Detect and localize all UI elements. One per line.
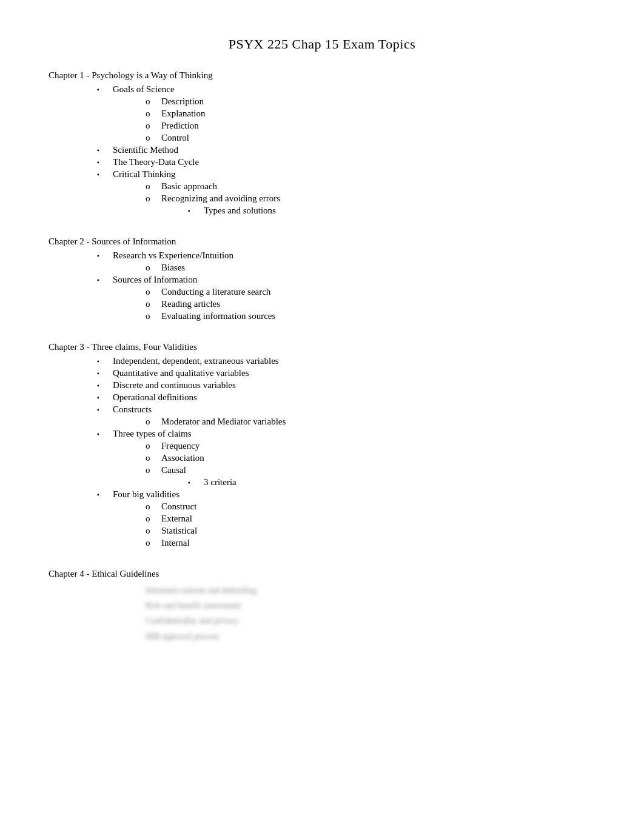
list-item: ▪ 3 criteria	[188, 477, 595, 488]
item-label: Biases	[161, 263, 595, 273]
list-item: ▪ Goals of Science	[97, 84, 595, 95]
bullet-icon: ▪	[97, 86, 109, 93]
bullet-icon: ▪	[97, 370, 109, 377]
chapter-2-section: Chapter 2 - Sources of Information ▪ Res…	[49, 236, 595, 321]
item-label: 3 criteria	[204, 477, 595, 488]
bullet-icon: o	[146, 441, 158, 451]
item-label: Research vs Experience/Intuition	[113, 250, 595, 261]
list-item: ▪ Constructs	[97, 404, 595, 415]
blurred-line-4: IRB approval process	[146, 629, 595, 644]
bullet-icon: ▪	[97, 171, 109, 178]
item-label: Control	[161, 133, 595, 143]
bullet-icon: ▪	[188, 479, 200, 486]
bullet-icon: ▪	[97, 491, 109, 498]
bullet-icon: o	[146, 287, 158, 297]
bullet-icon: ▪	[97, 394, 109, 401]
list-item: ▪ The Theory-Data Cycle	[97, 157, 595, 167]
bullet-icon: o	[146, 299, 158, 309]
chapter-4-heading: Chapter 4 - Ethical Guidelines	[49, 569, 595, 579]
list-item: ▪ Research vs Experience/Intuition	[97, 250, 595, 261]
bullet-icon: ▪	[97, 358, 109, 364]
list-item: o Control	[146, 133, 595, 143]
item-label: Moderator and Mediator variables	[161, 417, 595, 427]
item-label: Evaluating information sources	[161, 311, 595, 321]
item-label: Reading articles	[161, 299, 595, 309]
list-item: o Reading articles	[146, 299, 595, 309]
list-item: o Conducting a literature search	[146, 287, 595, 297]
list-item: ▪ Types and solutions	[188, 206, 595, 216]
bullet-icon: o	[146, 538, 158, 548]
list-item: o External	[146, 514, 595, 524]
bullet-icon: ▪	[97, 159, 109, 166]
bullet-icon: ▪	[97, 382, 109, 389]
item-label: Basic approach	[161, 181, 595, 192]
item-label: The Theory-Data Cycle	[113, 157, 595, 167]
bullet-icon: ▪	[188, 207, 200, 214]
list-item: o Statistical	[146, 526, 595, 536]
list-item: ▪ Independent, dependent, extraneous var…	[97, 356, 595, 366]
item-label: Explanation	[161, 109, 595, 119]
item-label: Statistical	[161, 526, 595, 536]
list-item: ▪ Scientific Method	[97, 145, 595, 155]
item-label: Operational definitions	[113, 392, 595, 403]
list-item: o Frequency	[146, 441, 595, 451]
list-item: o Causal	[146, 465, 595, 475]
bullet-icon: o	[146, 465, 158, 475]
item-label: Sources of Information	[113, 275, 595, 285]
item-label: Frequency	[161, 441, 595, 451]
bullet-icon: o	[146, 417, 158, 427]
list-item: o Prediction	[146, 121, 595, 131]
chapter-1-heading: Chapter 1 - Psychology is a Way of Think…	[49, 70, 595, 81]
chapter-3-section: Chapter 3 - Three claims, Four Validitie…	[49, 342, 595, 548]
list-item: ▪ Sources of Information	[97, 275, 595, 285]
list-item: ▪ Discrete and continuous variables	[97, 380, 595, 391]
list-item: ▪ Quantitative and qualitative variables	[97, 368, 595, 378]
list-item: o Basic approach	[146, 181, 595, 192]
list-item: o Evaluating information sources	[146, 311, 595, 321]
item-label: Description	[161, 96, 595, 107]
bullet-icon: o	[146, 121, 158, 131]
bullet-icon: o	[146, 133, 158, 143]
bullet-icon: o	[146, 526, 158, 536]
bullet-icon: o	[146, 96, 158, 107]
item-label: Four big validities	[113, 489, 595, 500]
list-item: o Recognizing and avoiding errors	[146, 193, 595, 204]
item-label: Types and solutions	[204, 206, 595, 216]
bullet-icon: ▪	[97, 252, 109, 259]
chapter-2-heading: Chapter 2 - Sources of Information	[49, 236, 595, 247]
item-label: Association	[161, 453, 595, 463]
list-item: ▪ Three types of claims	[97, 429, 595, 439]
chapter-3-heading: Chapter 3 - Three claims, Four Validitie…	[49, 342, 595, 352]
item-label: Quantitative and qualitative variables	[113, 368, 595, 378]
list-item: o Description	[146, 96, 595, 107]
item-label: Conducting a literature search	[161, 287, 595, 297]
item-label: Critical Thinking	[113, 169, 595, 179]
item-label: Prediction	[161, 121, 595, 131]
list-item: ▪ Critical Thinking	[97, 169, 595, 179]
bullet-icon: ▪	[97, 277, 109, 283]
list-item: o Association	[146, 453, 595, 463]
list-item: o Moderator and Mediator variables	[146, 417, 595, 427]
blurred-line-3: Confidentiality and privacy	[146, 613, 595, 628]
chapter-4-section: Chapter 4 - Ethical Guidelines Informed …	[49, 569, 595, 644]
list-item: ▪ Four big validities	[97, 489, 595, 500]
bullet-icon: ▪	[97, 147, 109, 153]
bullet-icon: o	[146, 263, 158, 273]
blurred-line-2: Risk and benefit assessment	[146, 598, 595, 613]
item-label: Goals of Science	[113, 84, 595, 95]
item-label: Discrete and continuous variables	[113, 380, 595, 391]
item-label: Constructs	[113, 404, 595, 415]
bullet-icon: ▪	[97, 431, 109, 437]
item-label: Construct	[161, 501, 595, 512]
list-item: ▪ Operational definitions	[97, 392, 595, 403]
item-label: Independent, dependent, extraneous varia…	[113, 356, 595, 366]
chapter-1-section: Chapter 1 - Psychology is a Way of Think…	[49, 70, 595, 216]
list-item: o Construct	[146, 501, 595, 512]
blurred-line-1: Informed consent and debriefing	[146, 583, 595, 598]
bullet-icon: o	[146, 453, 158, 463]
list-item: o Biases	[146, 263, 595, 273]
item-label: Three types of claims	[113, 429, 595, 439]
page-title: PSYX 225 Chap 15 Exam Topics	[49, 36, 595, 52]
blurred-content: Informed consent and debriefing Risk and…	[146, 583, 595, 644]
item-label: Internal	[161, 538, 595, 548]
